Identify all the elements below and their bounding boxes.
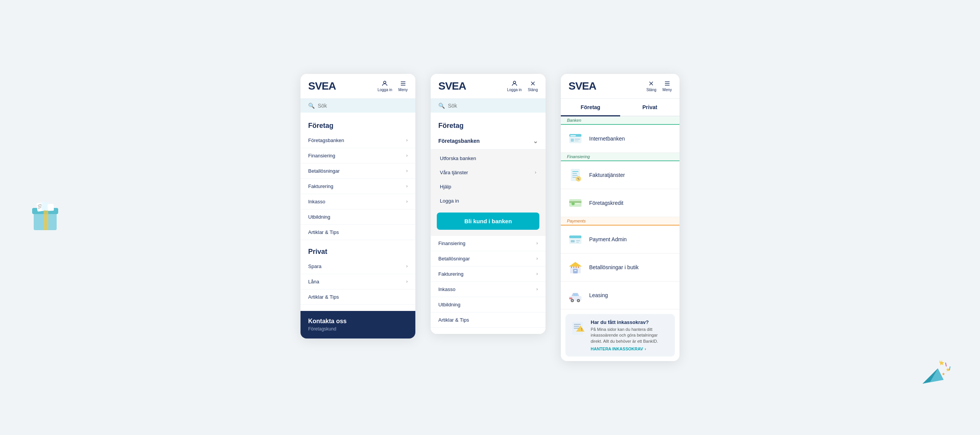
- svg-point-63: [578, 300, 579, 301]
- category-finansiering: Finansiering: [561, 153, 679, 161]
- chevron-icon: ›: [406, 279, 408, 284]
- sub-item-vara-tjanster[interactable]: Våra tjänster ›: [431, 165, 546, 180]
- svg-rect-37: [572, 173, 577, 174]
- sub-item-logga-in[interactable]: Logga in: [431, 194, 546, 208]
- menu-item-betallosningar[interactable]: Betallösningar ›: [301, 164, 415, 179]
- inkasso-title: Har du fått inkassokrav?: [591, 319, 670, 325]
- svg-rect-33: [575, 139, 580, 140]
- search-input-1[interactable]: [318, 103, 408, 109]
- menu-item-utbildning-2[interactable]: Utbildning: [431, 297, 546, 312]
- menu-item-utbildning[interactable]: Utbildning: [301, 209, 415, 225]
- service-fakturatjanster[interactable]: Fakturatjänster: [561, 161, 679, 189]
- category-payments: Payments: [561, 217, 679, 226]
- section-foretag-1: Företag: [301, 119, 415, 133]
- close-button-3[interactable]: Stäng: [646, 80, 656, 92]
- service-foretagskredit[interactable]: Företagskredit: [561, 189, 679, 217]
- svg-rect-67: [574, 324, 581, 325]
- sub-item-hjalp[interactable]: Hjälp: [431, 180, 546, 194]
- service-betallosningar-butik[interactable]: Betallösningar i butik: [561, 253, 679, 281]
- menu-item-inkasso-2[interactable]: Inkasso ›: [431, 282, 546, 297]
- menu-item-betallosningar-2[interactable]: Betallösningar ›: [431, 251, 546, 267]
- inkasso-link[interactable]: HANTERA INKASSOKRAV ›: [591, 347, 670, 351]
- tabs-row: Företag Privat: [561, 99, 679, 116]
- menu-item-artiklar-privat[interactable]: Artiklar & Tips: [301, 289, 415, 305]
- menu-item-artiklar[interactable]: Artiklar & Tips: [301, 225, 415, 240]
- menu-item-finansiering-2[interactable]: Finansiering ›: [431, 236, 546, 251]
- menu-item-artiklar-2[interactable]: Artiklar & Tips: [431, 312, 546, 328]
- tab-foretag[interactable]: Företag: [561, 99, 620, 116]
- svg-rect-64: [573, 294, 577, 296]
- inkasso-text: Har du fått inkassokrav? På Mina sidor k…: [591, 319, 670, 351]
- svg-rect-36: [572, 171, 578, 172]
- svg-rect-49: [576, 240, 580, 241]
- fakturatjanster-icon: [567, 167, 584, 183]
- chevron-icon: ›: [536, 256, 538, 261]
- menu-close-button-2[interactable]: Stäng: [528, 80, 538, 92]
- service-internetbanken[interactable]: Internetbanken: [561, 125, 679, 153]
- menu-item-finansiering[interactable]: Finansiering ›: [301, 148, 415, 164]
- phone-card-3: SVEA Stäng Meny: [561, 74, 679, 361]
- svg-rect-65: [569, 298, 572, 299]
- header-actions-3: Stäng Meny: [646, 80, 672, 92]
- header-1: SVEA Logga in Meny: [301, 74, 415, 99]
- svg-rect-39: [572, 177, 576, 178]
- header-3: SVEA Stäng Meny: [561, 74, 679, 99]
- menu-content-1: Företag Företagsbanken › Finansiering › …: [301, 113, 415, 311]
- menu-button-3[interactable]: Meny: [663, 80, 672, 92]
- menu-item-lana[interactable]: Låna ›: [301, 274, 415, 289]
- svg-rect-54: [574, 270, 577, 271]
- svg-rect-5: [47, 204, 54, 211]
- chevron-icon: ›: [536, 271, 538, 276]
- service-leasing[interactable]: Leasing: [561, 281, 679, 309]
- svg-point-44: [572, 202, 575, 205]
- search-bar-1: 🔍: [301, 99, 415, 113]
- svg-rect-43: [569, 201, 581, 203]
- svg-rect-38: [572, 175, 578, 176]
- chevron-icon: ›: [406, 153, 408, 158]
- internetbanken-label: Internetbanken: [589, 136, 625, 142]
- svg-text:!: !: [581, 327, 583, 332]
- menu-item-inkasso[interactable]: Inkasso ›: [301, 194, 415, 209]
- login-button-2[interactable]: Logga in: [507, 80, 521, 92]
- services-list: Banken Internetbanken Finansiering: [561, 116, 679, 357]
- foretagskredit-label: Företagskredit: [589, 200, 623, 206]
- svg-rect-31: [570, 135, 576, 136]
- chevron-right-icon: ›: [645, 347, 646, 351]
- svea-logo-1: SVEA: [308, 80, 336, 92]
- menu-close-button-1[interactable]: Meny: [399, 80, 408, 92]
- svg-rect-68: [574, 326, 579, 327]
- svea-logo-3: SVEA: [568, 80, 596, 92]
- menu-item-spara[interactable]: Spara ›: [301, 259, 415, 274]
- chevron-icon: ›: [406, 199, 408, 204]
- svg-rect-48: [571, 240, 575, 242]
- svg-rect-45: [575, 203, 580, 204]
- svg-rect-47: [569, 235, 581, 238]
- bli-kund-button[interactable]: Bli kund i banken: [437, 213, 539, 230]
- inkasso-body: På Mina sidor kan du hantera ditt inkass…: [591, 327, 670, 344]
- chevron-icon: ›: [406, 168, 408, 173]
- chevron-icon: ›: [406, 137, 408, 143]
- menu-item-fakturering-2[interactable]: Fakturering ›: [431, 267, 546, 282]
- contact-sub: Företagskund: [308, 326, 408, 332]
- menu-item-foretagsbanken[interactable]: Företagsbanken ›: [301, 133, 415, 148]
- contact-section-1[interactable]: Kontakta oss Företagskund: [301, 311, 415, 339]
- search-input-2[interactable]: [448, 103, 538, 109]
- login-button-1[interactable]: Logga in: [377, 80, 392, 92]
- sub-item-utforska[interactable]: Utforska banken: [431, 151, 546, 165]
- tab-privat[interactable]: Privat: [620, 99, 679, 116]
- chevron-down-icon: ⌄: [533, 137, 538, 145]
- search-bar-2: 🔍: [431, 99, 546, 113]
- service-payment-admin[interactable]: Payment Admin: [561, 226, 679, 253]
- svg-rect-34: [575, 141, 578, 141]
- menu-item-fakturering[interactable]: Fakturering ›: [301, 179, 415, 194]
- svg-rect-32: [571, 139, 574, 142]
- internetbanken-icon: [567, 130, 584, 147]
- sub-menu-foretagsbanken: Utforska banken Våra tjänster › Hjälp Lo…: [431, 150, 546, 236]
- header-2: SVEA Logga in Stäng: [431, 74, 546, 99]
- svg-text:★: ★: [942, 372, 945, 376]
- svg-point-17: [384, 81, 386, 83]
- svg-marker-52: [569, 262, 582, 267]
- leasing-label: Leasing: [589, 292, 608, 298]
- category-banken: Banken: [561, 116, 679, 125]
- expanded-foretagsbanken[interactable]: Företagsbanken ⌄: [431, 133, 546, 150]
